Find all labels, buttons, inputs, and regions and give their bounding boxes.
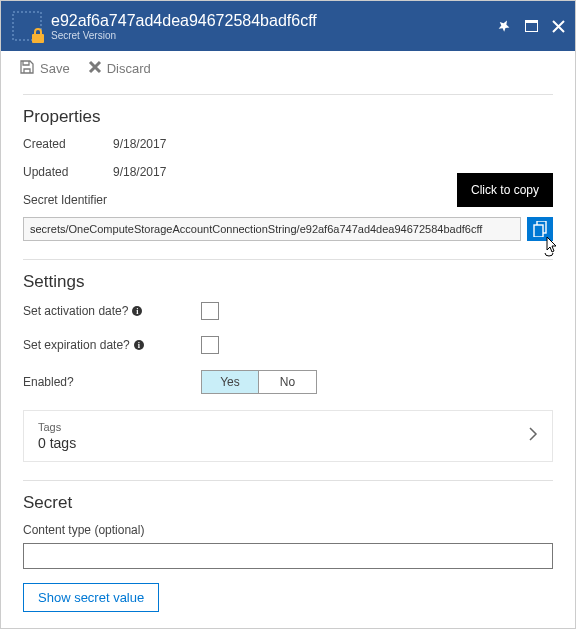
copy-icon — [533, 221, 547, 237]
blade-header: e92af6a747ad4dea94672584badf6cff Secret … — [1, 1, 575, 51]
info-icon[interactable]: i — [134, 340, 144, 350]
info-icon[interactable]: i — [132, 306, 142, 316]
copy-tooltip: Click to copy — [457, 173, 553, 207]
copy-button[interactable] — [527, 217, 553, 241]
enabled-no-button[interactable]: No — [259, 370, 317, 394]
enabled-toggle: Yes No — [201, 370, 317, 394]
expiration-date-label: Set expiration date? — [23, 338, 130, 352]
divider — [23, 259, 553, 260]
properties-heading: Properties — [23, 107, 553, 127]
content-type-input[interactable] — [23, 543, 553, 569]
svg-rect-1 — [32, 34, 44, 43]
secret-heading: Secret — [23, 493, 553, 513]
updated-value: 9/18/2017 — [113, 165, 166, 179]
chevron-right-icon — [528, 426, 538, 446]
created-label: Created — [23, 137, 113, 151]
divider — [23, 480, 553, 481]
settings-heading: Settings — [23, 272, 553, 292]
tags-label: Tags — [38, 421, 76, 433]
close-icon[interactable] — [552, 20, 565, 33]
secret-identifier-input[interactable] — [23, 217, 521, 241]
tags-card[interactable]: Tags 0 tags — [23, 410, 553, 462]
enabled-label: Enabled? — [23, 375, 74, 389]
discard-button[interactable]: Discard — [88, 60, 151, 77]
tags-count: 0 tags — [38, 435, 76, 451]
save-icon — [19, 59, 35, 78]
command-bar: Save Discard — [1, 51, 575, 86]
created-value: 9/18/2017 — [113, 137, 166, 151]
pin-icon[interactable] — [497, 19, 511, 33]
updated-label: Updated — [23, 165, 113, 179]
blade-subtitle: Secret Version — [51, 30, 497, 41]
content-type-label: Content type (optional) — [23, 523, 553, 537]
activation-date-checkbox[interactable] — [201, 302, 219, 320]
save-button[interactable]: Save — [19, 59, 70, 78]
activation-date-label: Set activation date? — [23, 304, 128, 318]
svg-rect-5 — [534, 225, 543, 237]
blade-title: e92af6a747ad4dea94672584badf6cff — [51, 11, 497, 30]
enabled-yes-button[interactable]: Yes — [201, 370, 259, 394]
secret-icon — [11, 10, 43, 42]
save-label: Save — [40, 61, 70, 76]
maximize-icon[interactable] — [525, 20, 538, 32]
discard-label: Discard — [107, 61, 151, 76]
show-secret-button[interactable]: Show secret value — [23, 583, 159, 612]
discard-icon — [88, 60, 102, 77]
divider — [23, 94, 553, 95]
svg-rect-3 — [525, 20, 538, 23]
expiration-date-checkbox[interactable] — [201, 336, 219, 354]
